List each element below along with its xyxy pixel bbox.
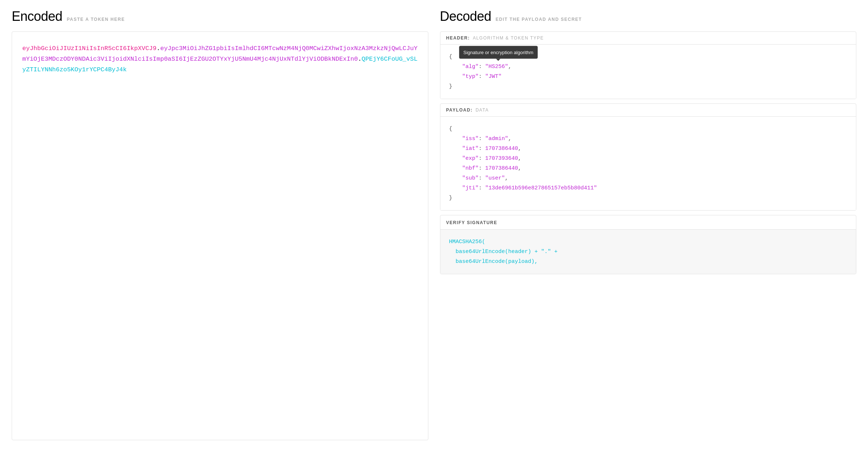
payload-label-val: DATA (475, 107, 489, 113)
payload-open-brace: { (449, 126, 452, 132)
payload-exp-key: "exp" (462, 155, 479, 162)
header-alg-key: "alg" (462, 64, 479, 70)
header-alg-colon: : (479, 64, 485, 70)
tooltip-box: Signature or encryption algorithm (459, 46, 538, 59)
header-label-key: HEADER: (446, 35, 470, 41)
header-alg-comma: , (508, 64, 512, 70)
header-label-val: ALGORITHM & TOKEN TYPE (473, 35, 544, 41)
tooltip-text: Signature or encryption algorithm (463, 50, 534, 55)
token-dot1: . (156, 45, 160, 52)
payload-close-brace: } (449, 195, 452, 201)
token-dot2: . (358, 56, 361, 63)
verify-label: VERIFY SIGNATURE (446, 220, 497, 225)
payload-label-key: PAYLOAD: (446, 107, 473, 113)
payload-sub-key: "sub" (462, 175, 479, 181)
header-typ-key: "typ" (462, 73, 479, 80)
header-section: HEADER: ALGORITHM & TOKEN TYPE { "alg": … (440, 31, 857, 99)
payload-nbf-value: 1707386440 (485, 165, 518, 171)
encoded-subtitle: PASTE A TOKEN HERE (67, 17, 125, 22)
encoded-title: Encoded (12, 9, 62, 24)
header-open-brace: { (449, 54, 452, 60)
payload-iss-value: "admin" (485, 136, 508, 142)
header-close-brace: } (449, 83, 452, 90)
payload-iat-value: 1707386440 (485, 146, 518, 152)
decoded-header: Decoded EDIT THE PAYLOAD AND SECRET (440, 9, 857, 24)
payload-exp-value: 1707393640 (485, 155, 518, 162)
decoded-title: Decoded (440, 9, 492, 24)
verify-label-bar: VERIFY SIGNATURE (440, 215, 856, 230)
payload-label-bar: PAYLOAD: DATA (440, 104, 856, 117)
decoded-subtitle: EDIT THE PAYLOAD AND SECRET (496, 17, 582, 22)
verify-line3: base64UrlEncode(payload), (456, 259, 538, 265)
payload-nbf-key: "nbf" (462, 165, 479, 171)
payload-section: PAYLOAD: DATA { "iss": "admin", "iat": 1… (440, 103, 857, 211)
alg-value-container: "HS256", Signature or encryption algorit… (485, 62, 512, 72)
right-panel: Decoded EDIT THE PAYLOAD AND SECRET HEAD… (440, 9, 857, 440)
header-content[interactable]: { "alg": "HS256", Signature or encryptio… (440, 45, 856, 99)
verify-section: VERIFY SIGNATURE HMACSHA256( base64UrlEn… (440, 215, 857, 274)
payload-sub-value: "user" (485, 175, 505, 181)
header-alg-value: "HS256" (485, 64, 508, 70)
payload-content[interactable]: { "iss": "admin", "iat": 1707386440, "ex… (440, 117, 856, 210)
header-label-bar: HEADER: ALGORITHM & TOKEN TYPE (440, 32, 856, 45)
left-panel: Encoded PASTE A TOKEN HERE eyJhbGciOiJIU… (12, 9, 428, 440)
verify-content[interactable]: HMACSHA256( base64UrlEncode(header) + ".… (440, 230, 856, 274)
verify-line2: base64UrlEncode(header) + "." + (456, 249, 558, 255)
encoded-box[interactable]: eyJhbGciOiJIUzI1NiIsInR5cCI6IkpXVCJ9.eyJ… (12, 31, 428, 440)
verify-line1: HMACSHA256( (449, 239, 485, 245)
payload-iss-key: "iss" (462, 136, 479, 142)
token-part1: eyJhbGciOiJIUzI1NiIsInR5cCI6IkpXVCJ9 (22, 45, 156, 52)
payload-iat-key: "iat" (462, 146, 479, 152)
header-typ-value: "JWT" (485, 73, 502, 80)
header-typ-colon: : (479, 73, 485, 80)
payload-jti-value: "13de6961b596e827865157eb5b80d411" (485, 185, 597, 191)
encoded-header: Encoded PASTE A TOKEN HERE (12, 9, 428, 24)
main-container: Encoded PASTE A TOKEN HERE eyJhbGciOiJIU… (0, 0, 868, 449)
payload-jti-key: "jti" (462, 185, 479, 191)
